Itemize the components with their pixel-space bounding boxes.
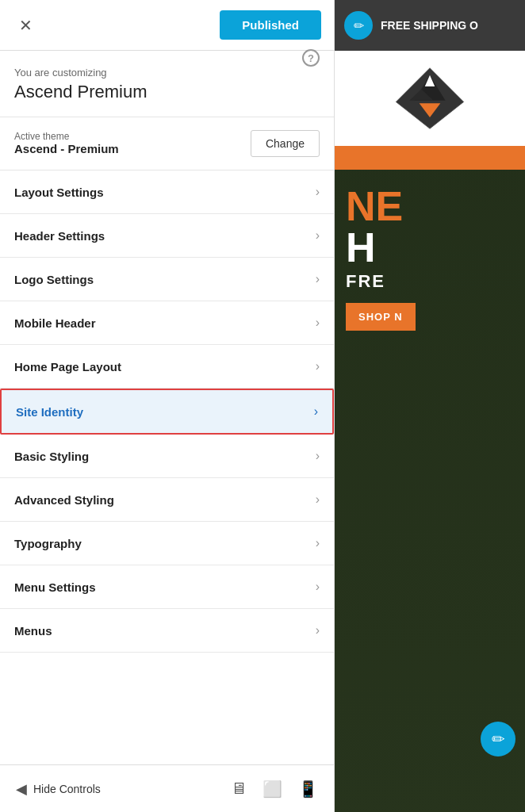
chevron-icon-home-page-layout: ›	[316, 359, 320, 373]
menu-item-label-advanced-styling: Advanced Styling	[14, 493, 114, 507]
customizing-title: Ascend Premium	[14, 82, 320, 102]
chevron-icon-menu-settings: ›	[316, 580, 320, 594]
customizer-panel: ✕ Published ? You are customizing Ascend…	[0, 0, 335, 812]
menu-item-label-typography: Typography	[14, 537, 82, 550]
help-icon[interactable]: ?	[302, 49, 320, 67]
chevron-icon-logo-settings: ›	[316, 272, 320, 286]
active-theme-info: Active theme Ascend - Premium	[14, 131, 119, 156]
menu-item-header-settings[interactable]: Header Settings›	[0, 214, 334, 258]
chevron-icon-layout-settings: ›	[316, 185, 320, 199]
active-theme-section: Active theme Ascend - Premium Change	[0, 117, 334, 170]
hero-orange-bar	[335, 146, 525, 170]
menu-item-site-identity[interactable]: Site Identity›	[0, 389, 334, 435]
chevron-icon-basic-styling: ›	[316, 449, 320, 463]
shop-button[interactable]: SHOP N	[346, 303, 416, 331]
published-button[interactable]: Published	[220, 10, 321, 40]
hide-controls-button[interactable]: ◀ Hide Controls	[16, 780, 101, 798]
tablet-icon[interactable]: ⬜	[262, 779, 282, 799]
chevron-icon-mobile-header: ›	[316, 316, 320, 330]
menu-item-menu-settings[interactable]: Menu Settings›	[0, 565, 334, 609]
hero-content-area: NE H FRE SHOP N ✏	[335, 170, 525, 812]
menu-item-label-menu-settings: Menu Settings	[14, 580, 96, 594]
change-theme-button[interactable]: Change	[251, 130, 320, 157]
menu-item-label-logo-settings: Logo Settings	[14, 273, 94, 286]
edit-pencil-icon[interactable]: ✏	[344, 11, 373, 40]
top-bar: ✕ Published	[0, 0, 334, 51]
hero-text-fre: FRE	[346, 271, 514, 292]
chevron-icon-site-identity: ›	[314, 404, 318, 419]
chevron-icon-header-settings: ›	[316, 228, 320, 243]
menu-list: Layout Settings›Header Settings›Logo Set…	[0, 170, 334, 764]
hero-text-h: H	[346, 227, 514, 268]
logo-area	[335, 51, 525, 146]
menu-item-typography[interactable]: Typography›	[0, 522, 334, 565]
active-theme-label: Active theme	[14, 131, 119, 142]
menu-item-menus[interactable]: Menus›	[0, 609, 334, 653]
mobile-icon[interactable]: 📱	[298, 779, 318, 799]
preview-top-bar: ✏ FREE SHIPPING O	[335, 0, 525, 51]
menu-item-label-mobile-header: Mobile Header	[14, 316, 96, 330]
menu-item-label-home-page-layout: Home Page Layout	[14, 360, 121, 373]
desktop-icon[interactable]: 🖥	[231, 779, 247, 798]
menu-item-mobile-header[interactable]: Mobile Header›	[0, 301, 334, 345]
menu-item-label-basic-styling: Basic Styling	[14, 450, 89, 463]
customizing-section: ? You are customizing Ascend Premium	[0, 51, 334, 117]
menu-item-label-site-identity: Site Identity	[16, 405, 83, 419]
menu-item-home-page-layout[interactable]: Home Page Layout›	[0, 345, 334, 389]
hide-controls-label: Hide Controls	[33, 783, 101, 795]
menu-item-advanced-styling[interactable]: Advanced Styling›	[0, 478, 334, 522]
floating-pencil-button[interactable]: ✏	[481, 722, 515, 756]
customizing-label: You are customizing	[14, 67, 320, 79]
preview-panel: ✏ FREE SHIPPING O NE H FRE SHOP N ✏	[335, 0, 525, 812]
device-icons: 🖥 ⬜ 📱	[231, 779, 318, 799]
menu-item-logo-settings[interactable]: Logo Settings›	[0, 258, 334, 301]
close-button[interactable]: ✕	[13, 14, 39, 36]
back-arrow-icon: ◀	[16, 780, 27, 798]
chevron-icon-menus: ›	[316, 623, 320, 638]
site-logo	[394, 67, 466, 130]
menu-item-label-menus: Menus	[14, 624, 52, 638]
active-theme-name: Ascend - Premium	[14, 142, 119, 155]
menu-item-label-header-settings: Header Settings	[14, 229, 105, 243]
menu-item-layout-settings[interactable]: Layout Settings›	[0, 170, 334, 214]
chevron-icon-advanced-styling: ›	[316, 492, 320, 507]
menu-item-label-layout-settings: Layout Settings	[14, 186, 104, 199]
free-shipping-text: FREE SHIPPING O	[381, 19, 478, 32]
menu-item-basic-styling[interactable]: Basic Styling›	[0, 435, 334, 478]
bottom-bar: ◀ Hide Controls 🖥 ⬜ 📱	[0, 764, 334, 812]
chevron-icon-typography: ›	[316, 536, 320, 550]
hero-text-ne: NE	[346, 186, 514, 227]
